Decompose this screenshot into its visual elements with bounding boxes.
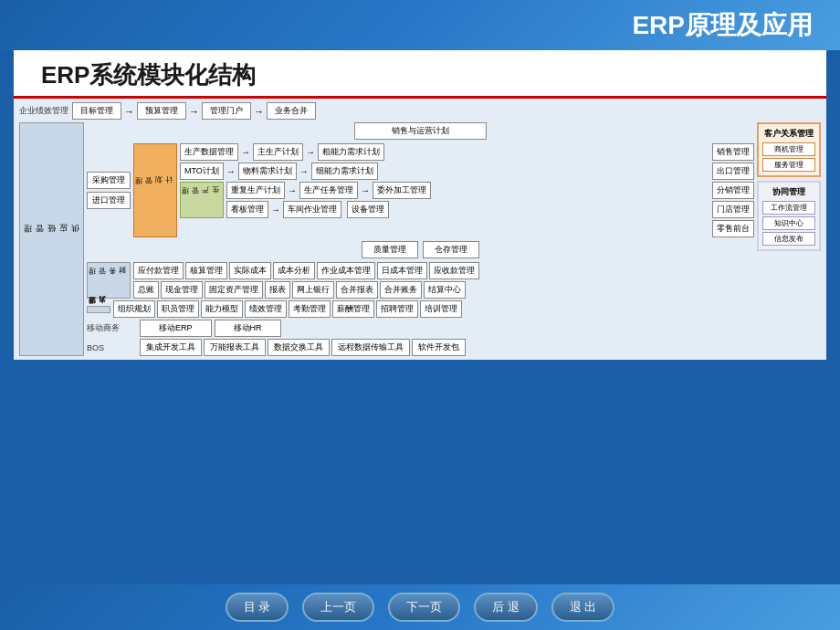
- general-ledger: 总账: [133, 281, 159, 299]
- export-mgmt: 出口管理: [712, 163, 754, 180]
- production-area: 采购管理 进口管理 计 划 管 理 生产数据管理 → 主生产计划 → 粗: [87, 143, 754, 237]
- mobile-section: 移动商务 移动ERP 移动HR: [87, 320, 754, 337]
- mobile-erp: 移动ERP: [140, 320, 212, 337]
- import-box: 进口管理: [87, 192, 131, 209]
- mrp: 物料需求计划: [238, 163, 297, 180]
- sales-right-col: 销售管理 出口管理 分销管理 门店管理 零售前台: [712, 143, 754, 237]
- finance-row2: 总账 现金管理 固定资产管理 报表 网上银行 合并报表 合并账务 结算中心: [133, 281, 754, 299]
- repeat-prod: 重复生产计划: [226, 182, 285, 199]
- top-bar: ERP原理及应用: [0, 0, 840, 50]
- online-bank: 网上银行: [292, 281, 334, 299]
- prod-row2: MTO计划 → 物料需求计划 → 细能力需求计划: [180, 163, 709, 180]
- next-button[interactable]: 下一页: [388, 593, 460, 622]
- collab-item1: 工作流管理: [762, 201, 815, 215]
- hr-section: 人力资 源管理 组织规划 职员管理 能力模型 绩效管理 考勤管理 薪酬管理 招聘…: [87, 300, 754, 318]
- page-title-bar: ERP系统模块化结构: [14, 50, 826, 99]
- master-prod-plan: 主生产计划: [253, 143, 303, 161]
- perf-box2: 预算管理: [137, 102, 186, 120]
- arrow2: →: [189, 106, 199, 117]
- page-title: ERP系统模块化结构: [41, 61, 256, 89]
- workshop: 车间作业管理: [283, 201, 341, 218]
- settle-center: 结算中心: [424, 281, 466, 299]
- prod-row1: 生产数据管理 → 主生产计划 → 粗能力需求计划: [180, 143, 709, 161]
- bos-sdk: 软件开发包: [412, 339, 466, 356]
- menu-button[interactable]: 目 录: [226, 593, 289, 622]
- center-content: 销售与运营计划 采购管理 进口管理 计 划 管 理 生产数: [87, 122, 754, 356]
- sales-ops-row: 销售与运营计划: [87, 122, 754, 140]
- back-button[interactable]: 后 退: [474, 593, 538, 622]
- retail-front: 零售前台: [712, 220, 754, 237]
- collab-panel: 协同管理 工作流管理 知识中心 信息发布: [757, 181, 821, 251]
- perf-box3: 管理门户: [202, 102, 251, 120]
- cash-mgmt: 现金管理: [161, 281, 203, 299]
- prod-task: 生产任务管理: [299, 182, 358, 199]
- prev-button[interactable]: 上一页: [302, 593, 374, 622]
- bos-section: BOS 集成开发工具 万能报表工具 数据交换工具 远程数据传输工具 软件开发包: [87, 339, 754, 356]
- training: 培训管理: [420, 300, 462, 318]
- right-panels: 客户关系管理 商机管理 服务管理 协同管理 工作流管理 知识中心 信息发布: [757, 122, 821, 356]
- crm-item1: 商机管理: [762, 142, 815, 156]
- sales-ops-box: 销售与运营计划: [354, 122, 487, 140]
- calc-label: 计 划 管 理: [133, 143, 177, 237]
- prod-row4: 看板管理 → 车间作业管理 设备管理: [226, 201, 709, 218]
- consol-account: 合并账务: [380, 281, 422, 299]
- finance-label: 财 务 管 理: [87, 262, 131, 299]
- hr-row: 组织规划 职员管理 能力模型 绩效管理 考勤管理 薪酬管理 招聘管理 培训管理: [113, 300, 754, 318]
- exit-button[interactable]: 退 出: [551, 593, 615, 622]
- fixed-assets: 固定资产管理: [205, 281, 263, 299]
- bos-label: BOS: [87, 343, 137, 352]
- perf-label: 企业绩效管理: [19, 105, 69, 117]
- prod-rows: 生产数据管理 → 主生产计划 → 粗能力需求计划 MTO计划 → 物料需求计划 …: [180, 143, 709, 237]
- crm-panel: 客户关系管理 商机管理 服务管理: [757, 122, 821, 177]
- collab-item2: 知识中心: [762, 216, 815, 230]
- staff-mgmt: 职员管理: [157, 300, 199, 318]
- rough-cap: 粗能力需求计划: [318, 143, 384, 161]
- perf-box1: 目标管理: [72, 102, 121, 120]
- prod-data-mgmt: 生产数据管理: [180, 143, 238, 161]
- prod-rows-lower: 重复生产计划 → 生产任务管理 → 委外加工管理 看板管理 →: [226, 182, 709, 218]
- erp-diagram-container: 企业绩效管理 目标管理 → 预算管理 → 管理门户 → 业务合并 供 应 链 管…: [14, 99, 826, 360]
- app-title: ERP原理及应用: [632, 8, 813, 43]
- warehouse-box: 仓存管理: [423, 241, 479, 258]
- attendance: 考勤管理: [289, 300, 331, 318]
- daily-cost: 日成本管理: [377, 262, 427, 279]
- perf-row: 企业绩效管理 目标管理 → 预算管理 → 管理门户 → 业务合并: [19, 102, 821, 120]
- bos-report: 万能报表工具: [204, 339, 266, 356]
- prod-row3: 重复生产计划 → 生产任务管理 → 委外加工管理: [226, 182, 709, 199]
- purchase-col: 采购管理 进口管理: [87, 143, 131, 237]
- collab-title: 协同管理: [762, 186, 815, 198]
- purchase-box: 采购管理: [87, 172, 131, 189]
- bos-row: 集成开发工具 万能报表工具 数据交换工具 远程数据传输工具 软件开发包: [140, 339, 754, 356]
- consol-report: 合并报表: [336, 281, 378, 299]
- fine-cap: 细能力需求计划: [311, 163, 378, 180]
- receivable: 应收款管理: [429, 262, 479, 279]
- main-body: 供 应 链 管 理 销售与运营计划 采购管理 进口管理 计 划 管 理: [19, 122, 821, 356]
- mto-plan: MTO计划: [180, 163, 224, 180]
- mobile-label: 移动商务: [87, 322, 137, 334]
- finance-rows: 应付款管理 核算管理 实际成本 成本分析 作业成本管理 日成本管理 应收款管理 …: [133, 262, 754, 299]
- bottom-nav: 目 录 上一页 下一页 后 退 退 出: [0, 584, 840, 630]
- perf-box4: 业务合并: [267, 102, 316, 120]
- collab-item3: 信息发布: [762, 232, 815, 246]
- outsource: 委外加工管理: [373, 182, 431, 199]
- prod-mgmt-label: 生 产 管 理: [180, 182, 224, 218]
- salary: 薪酬管理: [332, 300, 374, 318]
- crm-item2: 服务管理: [762, 158, 815, 172]
- hr-label: 人力资 源管理: [87, 306, 110, 313]
- mobile-hr: 移动HR: [215, 320, 281, 337]
- accounting: 核算管理: [185, 262, 227, 279]
- quality-row: 质量管理 仓存管理: [87, 241, 754, 258]
- sales-mgmt: 销售管理: [712, 143, 754, 161]
- prod-lower: 生 产 管 理 重复生产计划 → 生产任务管理 → 委外加工管理: [180, 182, 709, 218]
- quality-box: 质量管理: [362, 241, 418, 258]
- content-wrapper: ERP系统模块化结构 企业绩效管理 目标管理 → 预算管理 → 管理门户 → 业…: [14, 50, 826, 360]
- report: 报表: [265, 281, 290, 299]
- bos-dev: 集成开发工具: [140, 339, 202, 356]
- bos-exchange: 数据交换工具: [268, 339, 330, 356]
- kanban: 看板管理: [226, 201, 268, 218]
- activity-cost: 作业成本管理: [317, 262, 375, 279]
- finance-section-label-row: 财 务 管 理 应付款管理 核算管理 实际成本 成本分析 作业成本管理 日成本管…: [87, 262, 754, 299]
- arrow3: →: [254, 106, 264, 117]
- perf-mgmt: 绩效管理: [245, 300, 287, 318]
- equip-mgmt: 设备管理: [347, 201, 389, 218]
